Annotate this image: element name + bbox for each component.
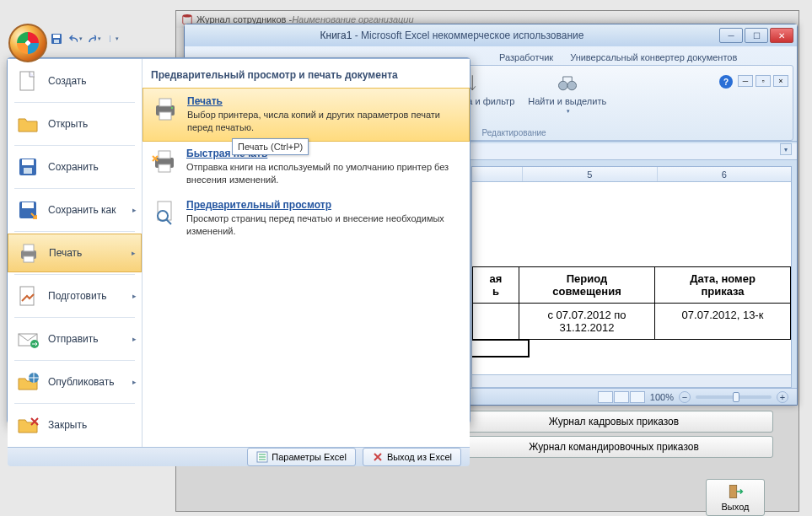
prepare-icon bbox=[16, 284, 40, 308]
preview-desc: Просмотр страниц перед печатью и внесени… bbox=[186, 212, 461, 238]
tab-developer[interactable]: Разработчик bbox=[492, 49, 561, 65]
formula-expand-button[interactable]: ▾ bbox=[780, 143, 792, 155]
zoom-in-button[interactable]: + bbox=[777, 391, 788, 403]
cell-date[interactable]: 07.07.2012, 13-к bbox=[655, 304, 791, 339]
mdi-restore[interactable]: ▫ bbox=[756, 75, 771, 87]
mdi-minimize[interactable]: ─ bbox=[738, 75, 753, 87]
header-partial: ая ь bbox=[472, 267, 519, 303]
menu-send[interactable]: Отправить▸ bbox=[8, 320, 142, 357]
undo-icon bbox=[67, 32, 78, 46]
svg-rect-27 bbox=[159, 112, 171, 120]
excel-doc-name: Книга1 bbox=[320, 30, 352, 41]
journal-kadr-button[interactable]: Журнал кадровых приказов bbox=[454, 411, 773, 433]
print-shortcut-tooltip: Печать (Ctrl+P) bbox=[232, 138, 309, 155]
mdi-close[interactable]: × bbox=[773, 75, 788, 87]
new-file-icon bbox=[16, 69, 40, 93]
zoom-out-button[interactable]: − bbox=[679, 391, 691, 403]
exit-door-icon bbox=[727, 483, 744, 500]
cell-partial[interactable] bbox=[472, 304, 519, 339]
zoom-thumb[interactable] bbox=[733, 392, 739, 402]
close-folder-icon bbox=[16, 413, 40, 437]
svg-rect-11 bbox=[54, 40, 59, 43]
menu-create[interactable]: Создать bbox=[8, 62, 142, 99]
print-title: Печать bbox=[187, 95, 460, 107]
active-cell-cursor bbox=[471, 339, 530, 357]
data-grid: ая ь Период совмещения Дата, номер прика… bbox=[472, 182, 791, 340]
view-normal-button[interactable] bbox=[598, 391, 613, 403]
exit-excel-button[interactable]: Выход из Excel bbox=[363, 448, 461, 466]
office-menu: Создать Открыть Сохранить Сохранить как▸… bbox=[7, 57, 471, 424]
preview-option[interactable]: Предварительный просмотр Просмотр страни… bbox=[143, 192, 470, 245]
printer-large-icon bbox=[152, 95, 179, 122]
close-button[interactable]: ✕ bbox=[770, 28, 793, 43]
svg-point-8 bbox=[567, 81, 577, 90]
options-icon bbox=[256, 451, 268, 463]
office-menu-left: Создать Открыть Сохранить Сохранить как▸… bbox=[8, 59, 143, 447]
menu-save[interactable]: Сохранить bbox=[8, 148, 142, 185]
svg-rect-31 bbox=[159, 164, 170, 172]
svg-rect-1 bbox=[729, 486, 736, 498]
journal-buttons-area: Журнал кадровых приказов Журнал командир… bbox=[454, 407, 773, 461]
quick-print-option[interactable]: Быстрая печать Отправка книги на использ… bbox=[143, 141, 470, 193]
col-header-5[interactable]: 5 bbox=[523, 167, 658, 181]
window-controls: ─ ☐ ✕ bbox=[719, 28, 797, 43]
view-pagebreak-button[interactable] bbox=[630, 391, 645, 403]
svg-point-28 bbox=[171, 107, 173, 109]
minimize-button[interactable]: ─ bbox=[719, 28, 743, 43]
svg-rect-30 bbox=[159, 151, 170, 159]
data-row: с 07.07.2012 по 31.12.2012 07.07.2012, 1… bbox=[472, 304, 791, 340]
journal-komand-button[interactable]: Журнал командировочных приказов bbox=[454, 436, 773, 458]
save-disk-icon bbox=[16, 155, 40, 179]
redo-icon bbox=[86, 32, 96, 46]
menu-saveas[interactable]: Сохранить как▸ bbox=[8, 191, 142, 228]
spreadsheet-grid[interactable]: 5 6 ая ь Период совмещения Дата, номер п… bbox=[471, 166, 792, 388]
office-button[interactable] bbox=[8, 24, 47, 62]
quick-print-icon bbox=[151, 148, 178, 175]
menu-close[interactable]: Закрыть bbox=[8, 406, 142, 443]
horizontal-scrollbar[interactable] bbox=[471, 374, 792, 388]
col-header-6[interactable]: 6 bbox=[658, 167, 792, 181]
print-option[interactable]: Печать Выбор принтера, числа копий и дру… bbox=[143, 88, 470, 142]
header-period: Период совмещения bbox=[519, 267, 655, 303]
excel-app-name: - Microsoft Excel некоммерческое использ… bbox=[352, 30, 583, 41]
view-layout-button[interactable] bbox=[614, 391, 629, 403]
qat-customize-button[interactable]: ▾ bbox=[110, 35, 119, 42]
quick-print-desc: Отправка книги на используемый по умолча… bbox=[186, 161, 461, 186]
svg-rect-15 bbox=[24, 168, 32, 174]
zoom-value: 100% bbox=[650, 392, 674, 402]
exit-x-icon bbox=[372, 451, 384, 463]
qat-redo-button[interactable]: ▾ bbox=[86, 31, 101, 46]
preview-title: Предварительный просмотр bbox=[186, 199, 461, 211]
menu-publish[interactable]: Опубликовать▸ bbox=[8, 363, 142, 400]
printer-icon bbox=[17, 241, 40, 265]
view-buttons bbox=[598, 391, 645, 403]
svg-rect-17 bbox=[22, 202, 34, 208]
maximize-button[interactable]: ☐ bbox=[745, 28, 768, 43]
menu-print[interactable]: Печать▸ bbox=[8, 234, 142, 272]
office-menu-footer: Параметры Excel Выход из Excel bbox=[8, 447, 470, 466]
header-row: ая ь Период совмещения Дата, номер прика… bbox=[472, 266, 791, 304]
excel-options-button[interactable]: Параметры Excel bbox=[247, 448, 356, 466]
help-button[interactable]: ? bbox=[719, 75, 733, 89]
qat-save-button[interactable] bbox=[49, 31, 64, 46]
find-label: Найти и выделить bbox=[528, 96, 606, 106]
menu-open[interactable]: Открыть bbox=[8, 105, 142, 142]
find-select-button[interactable]: Найти и выделить▾ bbox=[521, 69, 613, 116]
header-date: Дата, номер приказа bbox=[655, 267, 791, 303]
cell-period[interactable]: с 07.07.2012 по 31.12.2012 bbox=[519, 304, 655, 339]
tab-udc[interactable]: Универсальный конвертер документов bbox=[562, 49, 745, 65]
menu-prepare[interactable]: Подготовить▸ bbox=[8, 277, 142, 314]
excel-titlebar: Книга1 - Microsoft Excel некоммерческое … bbox=[185, 24, 797, 46]
zoom-slider[interactable] bbox=[696, 395, 772, 399]
excel-title: Книга1 - Microsoft Excel некоммерческое … bbox=[185, 30, 719, 41]
send-icon bbox=[16, 327, 40, 351]
print-panel-title: Предварительный просмотр и печать докуме… bbox=[143, 66, 470, 89]
svg-point-7 bbox=[558, 81, 567, 90]
column-headers: 5 6 bbox=[472, 167, 791, 182]
svg-rect-20 bbox=[24, 256, 34, 262]
svg-rect-26 bbox=[159, 99, 171, 106]
qat-undo-button[interactable]: ▾ bbox=[67, 31, 83, 46]
journal-exit-button[interactable]: Выход bbox=[706, 479, 765, 516]
col-header-partial[interactable] bbox=[472, 167, 523, 181]
publish-icon bbox=[16, 370, 40, 394]
